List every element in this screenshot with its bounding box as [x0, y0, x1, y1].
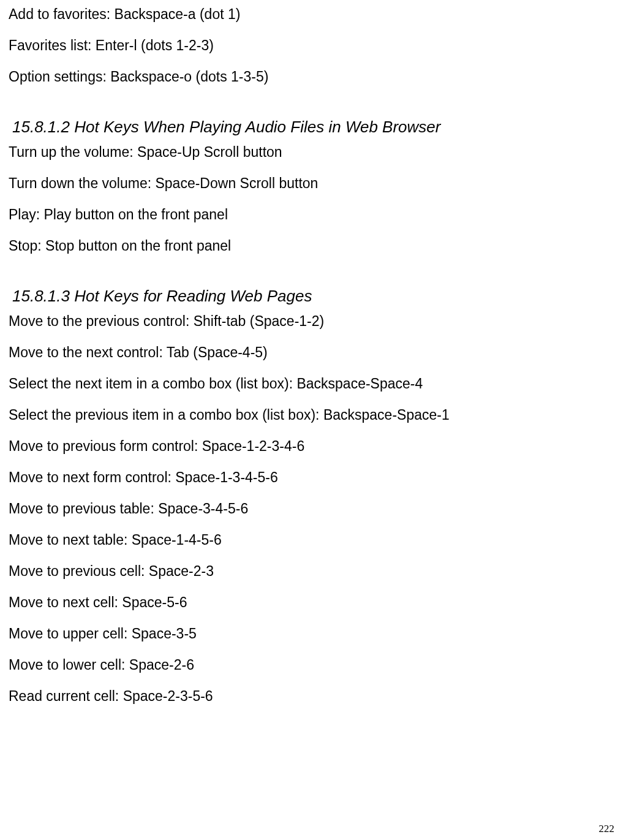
body-line: Add to favorites: Backspace-a (dot 1): [9, 5, 609, 24]
body-line: Move to the next control: Tab (Space-4-5…: [9, 343, 609, 362]
page-number: 222: [599, 823, 615, 835]
section-heading-audio: 15.8.1.2 Hot Keys When Playing Audio Fil…: [12, 117, 609, 138]
body-line: Move to next form control: Space-1-3-4-5…: [9, 468, 609, 487]
body-line: Option settings: Backspace-o (dots 1-3-5…: [9, 67, 609, 86]
body-line: Turn up the volume: Space-Up Scroll butt…: [9, 143, 609, 162]
body-line: Move to upper cell: Space-3-5: [9, 624, 609, 643]
body-line: Move to next table: Space-1-4-5-6: [9, 531, 609, 550]
section-spacer: [9, 99, 609, 117]
document-page: Add to favorites: Backspace-a (dot 1) Fa…: [0, 0, 618, 840]
body-line: Move to previous form control: Space-1-2…: [9, 437, 609, 456]
body-line: Stop: Stop button on the front panel: [9, 236, 609, 255]
section-spacer: [9, 268, 609, 286]
body-line: Play: Play button on the front panel: [9, 205, 609, 224]
body-line: Move to next cell: Space-5-6: [9, 593, 609, 612]
body-line: Move to previous cell: Space-2-3: [9, 562, 609, 581]
body-line: Favorites list: Enter-l (dots 1-2-3): [9, 36, 609, 55]
section-heading-reading: 15.8.1.3 Hot Keys for Reading Web Pages: [12, 286, 609, 307]
body-line: Move to lower cell: Space-2-6: [9, 656, 609, 675]
body-line: Select the next item in a combo box (lis…: [9, 374, 609, 393]
body-line: Select the previous item in a combo box …: [9, 406, 609, 425]
body-line: Move to previous table: Space-3-4-5-6: [9, 499, 609, 518]
body-line: Move to the previous control: Shift-tab …: [9, 312, 609, 331]
body-line: Read current cell: Space-2-3-5-6: [9, 687, 609, 706]
body-line: Turn down the volume: Space-Down Scroll …: [9, 174, 609, 193]
